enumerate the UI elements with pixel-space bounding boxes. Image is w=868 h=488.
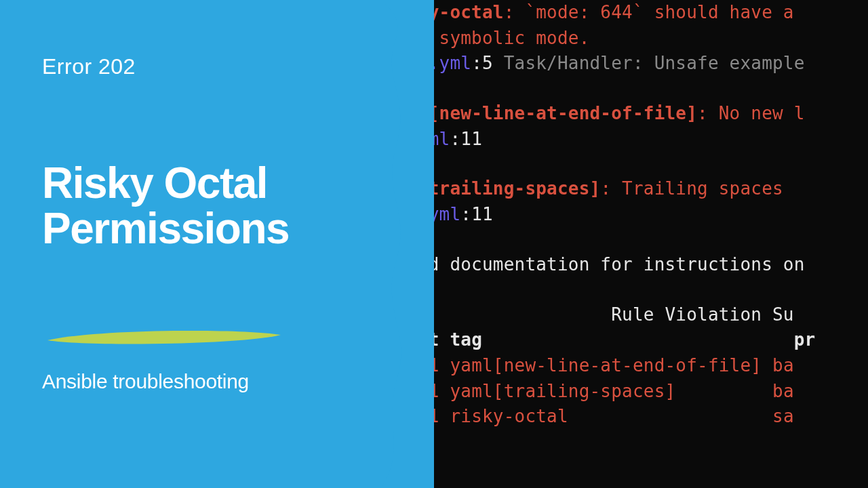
term-row-1: 1 yaml[new-line-at-end-of-file] ba bbox=[407, 353, 868, 379]
term-line-6: l[trailing-spaces]: Trailing spaces bbox=[407, 176, 868, 202]
subtitle-text: Ansible troubleshooting bbox=[42, 370, 395, 393]
underline-swash bbox=[42, 325, 286, 348]
term-row-3: 1 risky-octal sa bbox=[407, 404, 868, 430]
term-line-3: 02.yml:5 Task/Handler: Unsafe example bbox=[407, 51, 868, 77]
term-line-2: se symbolic mode. bbox=[407, 26, 868, 52]
title-line-2: Permissions bbox=[42, 206, 395, 251]
panel-content: Error 202 Risky Octal Permissions Ansibl… bbox=[42, 54, 395, 393]
term-row-2: 1 yaml[trailing-spaces] ba bbox=[407, 379, 868, 405]
term-line-4: ml[new-line-at-end-of-file]: No new l bbox=[407, 101, 868, 127]
eyebrow-text: Error 202 bbox=[42, 54, 395, 79]
term-line-8: ead documentation for instructions on bbox=[407, 252, 868, 278]
term-line-5: .yml:11 bbox=[407, 127, 868, 152]
term-line-7: 2.yml:11 bbox=[407, 202, 868, 228]
term-line-1: sky-octal: `mode: 644` should have a bbox=[407, 0, 868, 26]
term-summary-header: unt tag pr bbox=[407, 327, 868, 353]
term-summary-title: Rule Violation Su bbox=[407, 302, 868, 328]
title-line-1: Risky Octal bbox=[42, 161, 395, 206]
main-title: Risky Octal Permissions bbox=[42, 161, 395, 251]
title-panel: Error 202 Risky Octal Permissions Ansibl… bbox=[0, 0, 434, 488]
